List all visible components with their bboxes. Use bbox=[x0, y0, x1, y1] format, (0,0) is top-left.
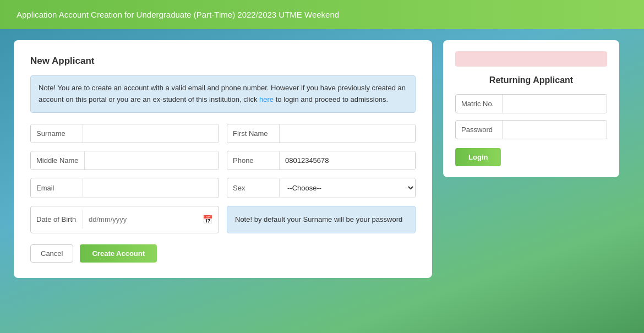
sex-field-group: Sex --Choose-- Male Female bbox=[227, 178, 416, 198]
sex-label: Sex bbox=[227, 179, 280, 197]
middlename-label: Middle Name bbox=[31, 151, 85, 170]
top-banner: Application Account Creation for Undergr… bbox=[0, 0, 644, 29]
firstname-input[interactable] bbox=[280, 124, 415, 143]
surname-label: Surname bbox=[31, 124, 83, 143]
alert-bar bbox=[455, 51, 607, 67]
email-input[interactable] bbox=[83, 179, 219, 197]
phone-input[interactable] bbox=[280, 151, 415, 170]
returning-applicant-card: Returning Applicant Matric No. Password … bbox=[443, 40, 619, 177]
dob-label: Date of Birth bbox=[31, 210, 83, 228]
dob-field-group: Date of Birth 📅 bbox=[30, 206, 219, 234]
form-grid: Surname First Name Middle Name Phone Ema… bbox=[30, 124, 416, 234]
cancel-button[interactable]: Cancel bbox=[30, 244, 73, 263]
main-content: New Applicant Note! You are to create an… bbox=[0, 29, 644, 289]
phone-label: Phone bbox=[227, 151, 280, 170]
matric-field-group: Matric No. bbox=[455, 94, 607, 113]
middlename-field-group: Middle Name bbox=[30, 151, 219, 170]
firstname-label: First Name bbox=[227, 124, 280, 143]
banner-text: Application Account Creation for Undergr… bbox=[17, 10, 339, 19]
email-field-group: Email bbox=[30, 178, 219, 198]
password-input[interactable] bbox=[503, 121, 607, 139]
surname-field-group: Surname bbox=[30, 124, 219, 143]
matric-label: Matric No. bbox=[456, 95, 503, 113]
matric-input[interactable] bbox=[503, 95, 607, 113]
returning-applicant-title: Returning Applicant bbox=[455, 75, 607, 85]
password-field-group: Password bbox=[455, 120, 607, 139]
surname-input[interactable] bbox=[83, 124, 219, 143]
firstname-field-group: First Name bbox=[227, 124, 416, 143]
info-box: Note! You are to create an account with … bbox=[30, 75, 416, 113]
password-label: Password bbox=[456, 121, 503, 139]
dob-input[interactable] bbox=[83, 210, 197, 228]
phone-field-group: Phone bbox=[227, 151, 416, 170]
create-account-button[interactable]: Create Account bbox=[80, 244, 157, 263]
middlename-input[interactable] bbox=[85, 151, 219, 170]
email-label: Email bbox=[31, 179, 83, 197]
note-text: Note! by default your Surname will be yo… bbox=[235, 215, 402, 223]
info-text-end: to login and proceed to admissions. bbox=[274, 95, 388, 103]
here-link[interactable]: here bbox=[259, 95, 274, 103]
calendar-icon[interactable]: 📅 bbox=[197, 215, 219, 225]
sex-select[interactable]: --Choose-- Male Female bbox=[280, 178, 415, 198]
button-row: Cancel Create Account bbox=[30, 244, 416, 263]
login-button[interactable]: Login bbox=[455, 148, 501, 166]
new-applicant-title: New Applicant bbox=[30, 56, 416, 67]
note-box: Note! by default your Surname will be yo… bbox=[227, 206, 416, 234]
new-applicant-card: New Applicant Note! You are to create an… bbox=[14, 40, 432, 278]
